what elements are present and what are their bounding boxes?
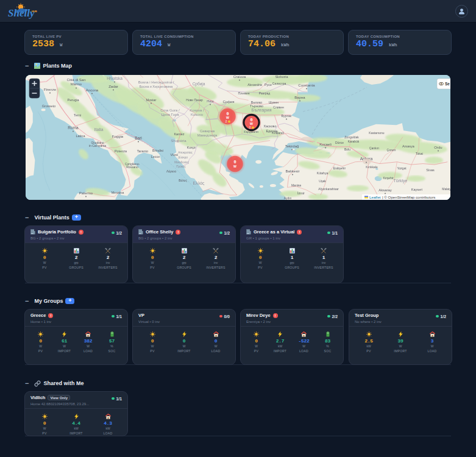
svg-text:Μακεδονίας: Μακεδονίας — [174, 161, 189, 164]
svg-text:Amasya: Amasya — [402, 144, 415, 148]
svg-text:Slobozia: Slobozia — [275, 75, 288, 79]
svg-text:Mostar: Mostar — [146, 98, 157, 102]
svg-text:Kamëz: Kamëz — [174, 132, 184, 136]
svg-text:Zadar: Zadar — [108, 85, 118, 88]
svg-text:Северна: Северна — [200, 129, 215, 133]
svg-text:Perugia: Perugia — [68, 98, 80, 102]
svg-text:Шумен: Шумен — [269, 101, 279, 104]
svg-text:W: W — [250, 122, 253, 126]
svg-text:Vlorë: Vlorë — [171, 153, 179, 157]
svg-text:Karabük: Karabük — [348, 140, 360, 143]
svg-text:2: 2 — [249, 126, 251, 129]
svg-text:Kırıkkale: Kırıkkale — [366, 165, 378, 169]
svg-text:Potenza: Potenza — [115, 149, 127, 153]
svg-text:Босна и Херцеговина: Босна и Херцеговина — [140, 85, 174, 88]
svg-text:Latina: Latina — [76, 134, 86, 138]
svg-text:W: W — [233, 165, 236, 168]
svg-text:Bari: Bari — [135, 136, 142, 140]
svg-text:Craiova: Craiova — [233, 75, 246, 79]
svg-text:Constanta: Constanta — [298, 83, 315, 87]
svg-text:Marino: Marino — [71, 82, 82, 86]
svg-text:Kosovo: Kosovo — [191, 113, 204, 116]
svg-text:Roma: Roma — [68, 126, 79, 130]
svg-text:Hrvatska: Hrvatska — [107, 76, 123, 80]
svg-text:Ελλάς: Ελλάς — [193, 181, 205, 186]
svg-text:| © OpenStreetMap contributors: | © OpenStreetMap contributors — [382, 195, 435, 199]
svg-text:Grosseto: Grosseto — [42, 104, 55, 108]
svg-text:Плевен: Плевен — [238, 91, 249, 95]
svg-text:Rossano: Rossano — [126, 165, 138, 169]
svg-text:Yozgat: Yozgat — [397, 166, 407, 170]
svg-text:Foggia: Foggia — [112, 135, 124, 138]
svg-text:HUB: HUB — [32, 10, 37, 13]
svg-text:Italia: Italia — [94, 127, 104, 132]
svg-text:Afyonkarahisar: Afyonkarahisar — [318, 187, 339, 191]
svg-text:Balıkesir: Balıkesir — [285, 169, 299, 173]
svg-text:in Campania: in Campania — [89, 144, 106, 147]
svg-text:Λάρισα: Λάρισα — [166, 169, 176, 173]
svg-text:Bolu: Bolu — [344, 147, 350, 151]
svg-text:Нови Пазар: Нови Пазар — [186, 98, 203, 102]
svg-text:Kocaeli: Kocaeli — [319, 143, 332, 146]
svg-text:Kayseri: Kayseri — [411, 188, 422, 191]
svg-text:Разград: Разград — [259, 91, 271, 95]
svg-text:България: България — [251, 107, 271, 113]
svg-text:Città di San: Città di San — [66, 78, 85, 82]
svg-text:Αποκρατίας: Αποκρατίας — [178, 151, 193, 154]
svg-text:Kırşehir: Kırşehir — [383, 176, 394, 180]
svg-text:Бургас: Бургас — [282, 114, 292, 118]
svg-text:W: W — [226, 116, 229, 119]
svg-text:Shelly: Shelly — [8, 7, 35, 19]
svg-text:Варна: Варна — [294, 96, 305, 99]
svg-text:Brindisi: Brindisi — [152, 149, 163, 152]
svg-text:Uşak: Uşak — [319, 179, 326, 183]
svg-text:Türkiye: Türkiye — [394, 179, 408, 183]
svg-text:Kırklareli: Kırklareli — [272, 131, 283, 135]
svg-text:Malatya: Malatya — [442, 187, 450, 191]
svg-text:Tekirdağ: Tekirdağ — [285, 144, 299, 148]
svg-text:Ancona: Ancona — [86, 88, 99, 92]
svg-text:Palermo: Palermo — [79, 191, 93, 195]
svg-text:Aydın: Aydın — [284, 196, 292, 200]
svg-text:Çorum: Çorum — [386, 148, 396, 152]
svg-text:Ordu: Ordu — [434, 146, 442, 149]
svg-text:Силистра: Силистра — [272, 82, 286, 85]
svg-text:Se: Se — [445, 82, 450, 86]
svg-text:София: София — [222, 100, 234, 104]
svg-text:Terni: Terni — [74, 113, 81, 117]
svg-text:Kütahya: Kütahya — [317, 171, 329, 175]
svg-text:Düzce: Düzce — [335, 141, 344, 144]
svg-text:Πράκος: Πράκος — [176, 165, 186, 168]
svg-text:Lecce: Lecce — [151, 155, 160, 158]
svg-text:Δύσκρα: Δύσκρα — [178, 155, 188, 159]
svg-text:Leaflet: Leaflet — [369, 195, 381, 199]
svg-text:Eskişehir: Eskişehir — [333, 166, 346, 170]
svg-text:Србија: Србија — [193, 82, 205, 87]
svg-text:Taranto: Taranto — [137, 149, 148, 153]
svg-text:Alexandria: Alexandria — [247, 83, 262, 87]
svg-text:Korçë: Korçë — [187, 146, 196, 149]
svg-text:Crna Gora /: Crna Gora / — [160, 108, 180, 112]
svg-text:Βόλος: Βόλος — [179, 179, 187, 182]
svg-text:Aksaray: Aksaray — [378, 188, 392, 192]
svg-text:Firenze: Firenze — [44, 88, 57, 91]
svg-text:Zonguldak: Zonguldak — [344, 135, 359, 139]
svg-text:2: 2 — [226, 120, 227, 123]
svg-text:Хасково: Хасково — [264, 124, 277, 128]
svg-text:Messina: Messina — [112, 191, 124, 194]
svg-text:Црна Гора: Црна Гора — [162, 113, 180, 116]
svg-text:Bosna i Hercegovina /: Bosna i Hercegovina / — [138, 80, 174, 84]
svg-text:Sivas: Sivas — [426, 168, 435, 172]
svg-text:Shqipëria: Shqipëria — [171, 139, 186, 143]
svg-text:Çankırı: Çankırı — [369, 146, 379, 150]
svg-text:Manisa: Manisa — [291, 183, 301, 187]
svg-text:Kastamonu: Kastamonu — [369, 131, 385, 135]
svg-text:Kosova /: Kosova / — [190, 108, 204, 112]
svg-text:Ниш: Ниш — [207, 99, 214, 103]
svg-text:Сливен: Сливен — [273, 105, 284, 109]
svg-text:Македонија: Македонија — [197, 133, 218, 137]
svg-text:Tokat: Tokat — [416, 152, 424, 155]
svg-text:Русе: Русе — [265, 83, 272, 87]
svg-text:İzmir: İzmir — [297, 191, 305, 195]
